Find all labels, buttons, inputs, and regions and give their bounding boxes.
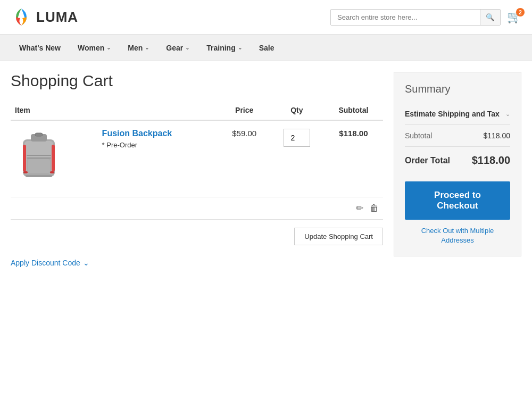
nav-item-training[interactable]: Training ⌄ — [198, 36, 250, 60]
luma-logo-icon — [11, 6, 32, 28]
nav-item-whats-new[interactable]: What's New — [11, 36, 69, 60]
search-button[interactable]: 🔍 — [480, 10, 500, 25]
shipping-row[interactable]: Estimate Shipping and Tax ⌄ — [405, 103, 510, 125]
cart-actions-row: ✏ 🗑 — [11, 197, 383, 220]
order-total-label: Order Total — [405, 156, 450, 165]
product-info-cell: Fusion Backpack * Pre-Order — [98, 120, 219, 197]
svg-rect-13 — [26, 174, 52, 177]
cart-content: Shopping Cart Item Price Qty Subtotal — [11, 72, 383, 267]
chevron-down-icon: ⌄ — [106, 45, 111, 51]
cart-table: Item Price Qty Subtotal — [11, 101, 383, 220]
search-bar: 🔍 — [330, 9, 501, 26]
product-note: * Pre-Order — [102, 141, 215, 149]
edit-item-button[interactable]: ✏ — [356, 203, 363, 214]
product-name[interactable]: Fusion Backpack — [102, 129, 215, 138]
product-qty-cell — [270, 120, 324, 197]
delete-item-button[interactable]: 🗑 — [370, 203, 379, 214]
main-nav: What's New Women ⌄ Men ⌄ Gear ⌄ Training… — [0, 35, 532, 61]
table-row: Fusion Backpack * Pre-Order $59.00 $118.… — [11, 120, 383, 197]
chevron-down-icon: ⌄ — [185, 45, 189, 51]
trash-icon: 🗑 — [370, 203, 379, 213]
subtotal-value: $118.00 — [483, 131, 510, 140]
update-cart-button[interactable]: Update Shopping Cart — [294, 228, 383, 245]
discount-label: Apply Discount Code — [11, 259, 80, 267]
proceed-to-checkout-button[interactable]: Proceed to Checkout — [405, 181, 510, 220]
header-right: 🔍 🛒 2 — [330, 9, 521, 26]
summary-title: Summary — [405, 83, 510, 95]
svg-point-0 — [12, 7, 31, 27]
col-subtotal: Subtotal — [324, 101, 383, 120]
apply-discount-link[interactable]: Apply Discount Code ⌄ — [11, 259, 383, 267]
logo-area: LUMA — [11, 6, 78, 28]
search-input[interactable] — [331, 10, 480, 25]
summary-sidebar: Summary Estimate Shipping and Tax ⌄ Subt… — [394, 72, 521, 256]
subtotal-label: Subtotal — [405, 131, 432, 140]
cart-badge: 2 — [516, 8, 525, 16]
nav-label-men: Men — [128, 44, 143, 52]
order-total-value: $118.00 — [472, 154, 510, 167]
chevron-down-icon: ⌄ — [145, 45, 149, 51]
product-image-cell — [11, 120, 98, 197]
nav-label-training: Training — [206, 44, 235, 52]
pencil-icon: ✏ — [356, 203, 363, 213]
nav-item-sale[interactable]: Sale — [251, 36, 283, 60]
main-content: Shopping Cart Item Price Qty Subtotal — [0, 61, 532, 278]
product-subtotal: $118.00 — [324, 120, 383, 197]
chevron-down-icon: ⌄ — [505, 111, 510, 118]
search-icon: 🔍 — [486, 13, 495, 21]
nav-item-gear[interactable]: Gear ⌄ — [157, 36, 198, 60]
order-total-row: Order Total $118.00 — [405, 147, 510, 174]
nav-label-sale: Sale — [259, 44, 275, 52]
header: LUMA 🔍 🛒 2 — [0, 0, 532, 35]
nav-item-women[interactable]: Women ⌄ — [69, 36, 119, 60]
cart-actions-cell: ✏ 🗑 — [11, 197, 383, 220]
col-price: Price — [219, 101, 270, 120]
svg-rect-9 — [23, 145, 26, 171]
nav-label-whats-new: What's New — [19, 44, 61, 52]
action-icons: ✏ 🗑 — [15, 203, 379, 214]
shipping-label: Estimate Shipping and Tax — [405, 110, 500, 118]
product-image — [15, 129, 63, 187]
svg-rect-6 — [28, 159, 50, 173]
subtotal-row: Subtotal $118.00 — [405, 125, 510, 147]
chevron-down-icon: ⌄ — [238, 45, 242, 51]
cart-button[interactable]: 🛒 2 — [507, 10, 521, 24]
page-title: Shopping Cart — [11, 72, 383, 90]
quantity-input[interactable] — [284, 129, 310, 147]
product-price: $59.00 — [219, 120, 270, 197]
col-item: Item — [11, 101, 219, 120]
svg-rect-10 — [52, 145, 55, 171]
nav-item-men[interactable]: Men ⌄ — [119, 36, 157, 60]
logo-text: LUMA — [36, 9, 78, 26]
nav-label-gear: Gear — [166, 44, 183, 52]
multi-address-link[interactable]: Check Out with Multiple Addresses — [405, 226, 510, 245]
svg-rect-4 — [35, 133, 43, 136]
svg-rect-11 — [23, 171, 28, 173]
bottom-row: Update Shopping Cart — [11, 220, 383, 253]
chevron-down-icon: ⌄ — [83, 259, 89, 267]
svg-rect-12 — [50, 171, 54, 173]
col-qty: Qty — [270, 101, 324, 120]
discount-section: Apply Discount Code ⌄ — [11, 259, 383, 267]
nav-label-women: Women — [78, 44, 104, 52]
